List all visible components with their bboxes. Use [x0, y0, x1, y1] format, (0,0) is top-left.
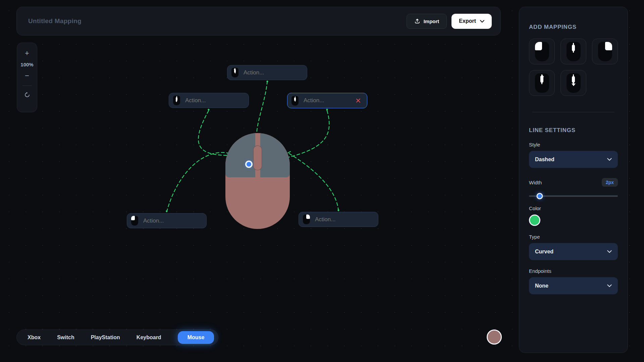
action-input[interactable] — [315, 216, 374, 223]
chevron-down-icon — [607, 284, 612, 287]
endpoints-select[interactable]: None — [529, 277, 618, 294]
add-left-click-button[interactable] — [529, 39, 555, 64]
line-settings-title: LINE SETTINGS — [529, 127, 618, 134]
mapping-app: { "header": { "title": "Untitled Mapping… — [0, 0, 644, 362]
topbar-actions: Import Export — [407, 14, 492, 29]
add-mappings-title: ADD MAPPINGS — [529, 24, 618, 31]
action-input[interactable] — [244, 69, 303, 76]
device-tab-bar: Xbox Switch PlayStation Keyboard Mouse — [16, 329, 218, 345]
delete-node-icon[interactable] — [356, 98, 361, 103]
mouse-right-click-icon — [598, 42, 612, 61]
zoom-reset-button[interactable] — [21, 90, 34, 100]
avatar[interactable] — [487, 329, 502, 345]
action-node-right-selected[interactable] — [287, 93, 367, 108]
connector-dot — [208, 109, 209, 110]
zoom-level: 100% — [20, 62, 33, 67]
mouse-left-click-icon — [131, 216, 138, 226]
width-value-badge: 2px — [602, 178, 618, 187]
action-input[interactable] — [143, 218, 202, 224]
mouse-right-click-icon — [303, 215, 310, 224]
settings-sidebar: ADD MAPPINGS LINE SETTINGS Style Dashed … — [519, 7, 628, 353]
zoom-panel: + 100% − — [17, 43, 37, 112]
style-select[interactable]: Dashed — [529, 151, 618, 168]
add-middle-click-button[interactable] — [560, 39, 586, 64]
export-label: Export — [459, 18, 476, 24]
connector-dot — [166, 210, 167, 212]
action-node-top[interactable] — [227, 65, 307, 80]
width-slider-track[interactable] — [529, 195, 618, 197]
chevron-down-icon — [480, 20, 484, 23]
action-input[interactable] — [185, 97, 245, 104]
mouse-scroll-down-icon — [567, 73, 581, 93]
mouse-wheel — [253, 145, 262, 170]
color-label: Color — [529, 205, 618, 211]
chevron-down-icon — [607, 158, 612, 161]
connection-point-handle[interactable] — [245, 161, 253, 168]
tab-xbox[interactable]: Xbox — [28, 335, 41, 341]
import-label: Import — [424, 18, 439, 24]
action-input[interactable] — [304, 97, 351, 104]
width-slider-thumb[interactable] — [536, 193, 543, 199]
type-value: Curved — [535, 249, 553, 255]
connector-dot — [326, 109, 328, 110]
mouse-left-click-icon — [535, 42, 549, 61]
reset-icon — [24, 92, 30, 98]
divider — [532, 112, 614, 112]
add-right-click-button[interactable] — [592, 39, 618, 64]
action-node-bottom-left[interactable] — [127, 213, 207, 228]
tab-mouse[interactable]: Mouse — [178, 331, 214, 344]
action-node-left[interactable] — [169, 93, 249, 108]
width-label: Width — [529, 180, 542, 185]
mapping-title-input[interactable] — [28, 17, 169, 25]
connector-dot — [266, 80, 268, 82]
tab-playstation[interactable]: PlayStation — [91, 335, 120, 341]
type-select[interactable]: Curved — [529, 243, 618, 260]
upload-icon — [414, 18, 420, 24]
zoom-out-button[interactable]: − — [21, 70, 33, 81]
endpoints-label: Endpoints — [529, 268, 618, 274]
action-node-bottom-right[interactable] — [299, 212, 378, 227]
add-scroll-up-button[interactable] — [529, 70, 555, 96]
mouse-middle-click-icon — [567, 42, 581, 61]
style-label: Style — [529, 142, 618, 147]
add-scroll-down-button[interactable] — [560, 70, 586, 96]
zoom-in-button[interactable]: + — [21, 48, 33, 59]
mouse-device-figure — [225, 133, 290, 229]
mapping-grid — [529, 39, 618, 96]
import-button[interactable]: Import — [407, 14, 447, 29]
tab-switch[interactable]: Switch — [57, 335, 74, 341]
divider — [22, 85, 32, 86]
export-button[interactable]: Export — [451, 14, 492, 29]
title-bar: Import Export — [16, 7, 501, 36]
tab-keyboard[interactable]: Keyboard — [137, 335, 161, 341]
mouse-middle-click-icon — [291, 96, 299, 106]
endpoints-value: None — [535, 283, 548, 289]
color-swatch[interactable] — [529, 215, 540, 226]
chevron-down-icon — [607, 250, 612, 253]
style-value: Dashed — [535, 157, 554, 163]
connector-dot — [337, 209, 339, 211]
mouse-scroll-up-icon — [535, 73, 549, 93]
connection-bottom-right-node — [289, 154, 338, 211]
mouse-scroll-down-icon — [173, 96, 180, 105]
type-label: Type — [529, 234, 618, 240]
mouse-scroll-up-icon — [231, 68, 238, 77]
